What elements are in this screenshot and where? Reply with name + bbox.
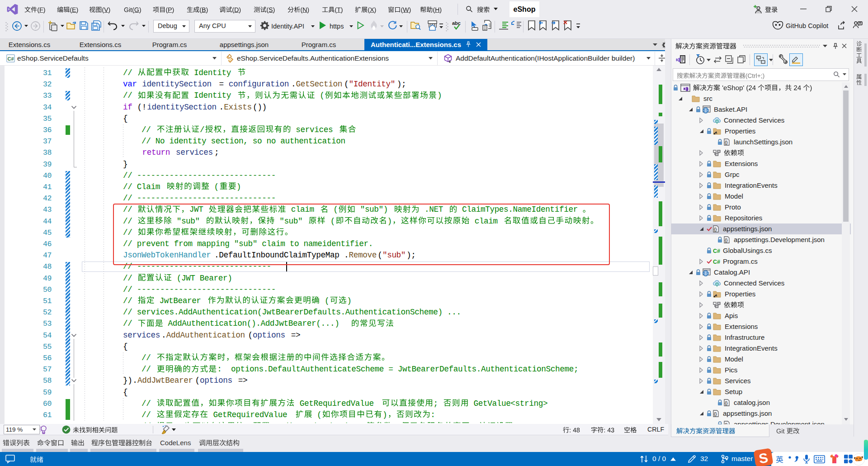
svg-text:{}: {} bbox=[714, 412, 717, 416]
svg-text:{}: {} bbox=[725, 140, 728, 145]
svg-text:{}: {} bbox=[725, 401, 728, 405]
svg-text:C#: C# bbox=[713, 259, 720, 265]
svg-text:{}: {} bbox=[725, 238, 728, 243]
svg-text:C#: C# bbox=[713, 248, 720, 254]
svg-text:{}: {} bbox=[714, 227, 717, 232]
